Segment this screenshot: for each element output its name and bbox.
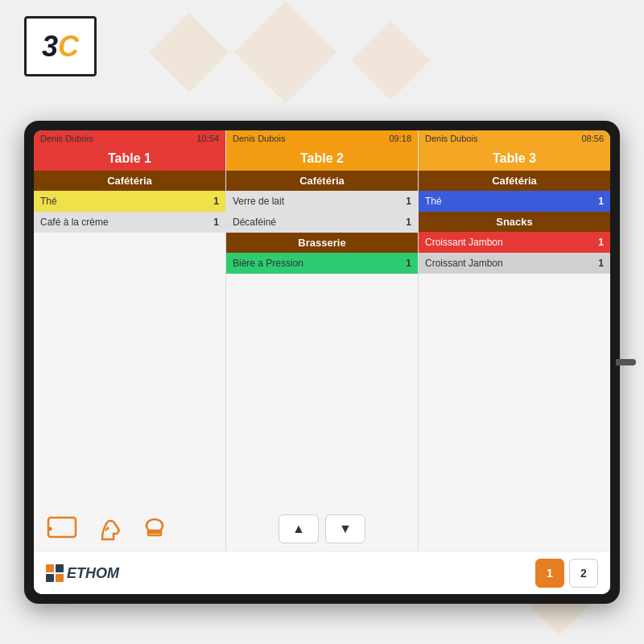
table-3-item-croissant1-qty: 1 <box>598 237 604 248</box>
nav-arrows: ▲ ▼ <box>279 514 365 543</box>
table-3-snacks-label: Snacks <box>419 212 610 232</box>
table-3-item-the-qty: 1 <box>598 196 604 207</box>
tablet-screen: Denis Dubois 10:54 Table 1 Cafétéria Thé… <box>34 130 610 594</box>
ethom-logo: ETHOM <box>46 564 119 582</box>
table-2-column: Denis Dubois 09:18 Table 2 Cafétéria Ver… <box>226 130 419 551</box>
svg-line-2 <box>105 527 109 530</box>
ethom-sq-dark-tr <box>56 564 64 572</box>
table-1-item-the: Thé 1 <box>34 191 225 212</box>
table-2-item-biere: Bière a Pression 1 <box>226 253 418 274</box>
table-2-header: Denis Dubois 09:18 <box>226 130 418 147</box>
kitchen-icons <box>42 511 171 543</box>
table-3-item-croissant1-name: Croissant Jambon <box>425 237 503 248</box>
bg-diamond-1 <box>150 13 229 93</box>
table-2-server: Denis Dubois <box>233 134 285 143</box>
table-3-item-the-name: Thé <box>425 196 442 207</box>
orders-area: Denis Dubois 10:54 Table 1 Cafétéria Thé… <box>34 130 610 551</box>
ethom-sq-orange-tl <box>46 564 54 572</box>
table-3-item-the: Thé 1 <box>419 191 610 212</box>
table-1-item-cafe-name: Café à la crème <box>40 217 109 228</box>
logo-letter-3: 3 <box>42 30 58 64</box>
table-1-item-cafe-qty: 1 <box>213 217 219 228</box>
chef-hat-icon <box>138 511 171 543</box>
table-3-column: Denis Dubois 08:56 Table 3 Cafétéria Thé… <box>419 130 610 551</box>
table-3-header: Denis Dubois 08:56 <box>419 130 610 147</box>
table-2-item-biere-qty: 1 <box>406 258 411 269</box>
table-3-cafeteria-label: Cafétéria <box>419 171 610 191</box>
svg-point-1 <box>48 527 52 531</box>
table-2-item-biere-name: Bière a Pression <box>233 258 303 269</box>
page-2-button[interactable]: 2 <box>569 559 598 588</box>
table-3-item-croissant2-qty: 1 <box>598 258 604 269</box>
table-2-brasserie-label: Brasserie <box>226 233 418 253</box>
company-logo: 3 C <box>24 16 97 76</box>
page-buttons: 1 2 <box>535 559 598 588</box>
page-1-button[interactable]: 1 <box>535 559 564 588</box>
oven-mitt-icon <box>94 511 126 543</box>
table-3-name: Table 3 <box>419 147 610 171</box>
table-2-item-lait-qty: 1 <box>406 196 411 207</box>
table-2-name: Table 2 <box>226 147 418 171</box>
table-3-spacer <box>419 274 610 551</box>
table-1-cafeteria-label: Cafétéria <box>34 171 225 191</box>
table-2-item-decaf: Décaféiné 1 <box>226 212 418 233</box>
table-3-server: Denis Dubois <box>425 134 477 143</box>
logo-letter-c: C <box>58 30 79 64</box>
ethom-sq-dark-bl <box>46 574 54 582</box>
table-1-header: Denis Dubois 10:54 <box>34 130 225 147</box>
table-2-item-decaf-qty: 1 <box>406 217 411 228</box>
scroll-up-button[interactable]: ▲ <box>279 514 319 543</box>
table-2-item-decaf-name: Décaféiné <box>233 217 276 228</box>
ethom-sq-orange-br <box>56 574 64 582</box>
scroll-down-button[interactable]: ▼ <box>325 514 365 543</box>
table-2-cafeteria-label: Cafétéria <box>226 171 418 191</box>
table-1-server: Denis Dubois <box>40 134 93 143</box>
ethom-brand-name: ETHOM <box>67 565 119 582</box>
cutting-board-icon <box>42 511 82 543</box>
table-1-column: Denis Dubois 10:54 Table 1 Cafétéria Thé… <box>34 130 226 551</box>
table-2-time: 09:18 <box>389 134 411 143</box>
bottom-bar: ETHOM 1 2 <box>34 551 610 594</box>
table-3-item-croissant2: Croissant Jambon 1 <box>419 253 610 274</box>
tablet-device: Denis Dubois 10:54 Table 1 Cafétéria Thé… <box>24 121 620 604</box>
table-3-item-croissant2-name: Croissant Jambon <box>425 258 503 269</box>
table-1-time: 10:54 <box>196 134 219 143</box>
kitchen-icons-area <box>34 233 225 551</box>
table-3-time: 08:56 <box>581 134 604 143</box>
table-2-item-lait: Verre de lait 1 <box>226 191 418 212</box>
svg-rect-0 <box>48 518 76 537</box>
table-2-item-lait-name: Verre de lait <box>233 196 284 207</box>
table-1-item-the-name: Thé <box>40 196 57 207</box>
bg-diamond-2 <box>234 1 336 103</box>
table-3-item-croissant1: Croissant Jambon 1 <box>419 232 610 253</box>
table-1-name: Table 1 <box>34 147 225 171</box>
bg-diamond-3 <box>351 21 431 101</box>
ethom-squares <box>46 564 64 582</box>
nav-arrows-area: ▲ ▼ <box>226 274 418 551</box>
table-1-item-the-qty: 1 <box>213 196 219 207</box>
table-1-item-cafe: Café à la crème 1 <box>34 212 225 233</box>
